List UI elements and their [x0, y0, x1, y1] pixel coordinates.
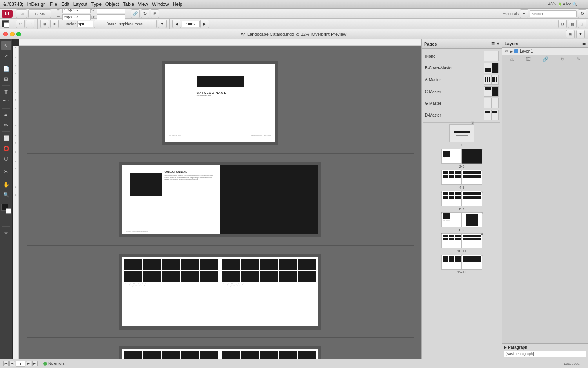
layer-expand-icon[interactable]: ▶: [510, 49, 513, 53]
scissors-tool[interactable]: ✂: [1, 167, 11, 176]
pen-tool[interactable]: ✒: [1, 110, 11, 120]
menu-file[interactable]: File: [50, 2, 57, 7]
collapse-btn[interactable]: ▼: [576, 30, 585, 38]
page-thumb-1[interactable]: [449, 124, 474, 142]
tool-separator-5: [2, 165, 10, 165]
rotate-btn[interactable]: ↻: [141, 9, 149, 18]
y-input[interactable]: [62, 14, 91, 20]
page-thumb-7[interactable]: [462, 191, 482, 206]
page-8-9-number: 8-9: [459, 228, 464, 232]
undo-btn[interactable]: ↩: [16, 20, 25, 28]
redo-btn[interactable]: ↪: [26, 20, 34, 28]
minimize-button[interactable]: [10, 32, 15, 36]
workspace-dropdown[interactable]: ▼: [520, 9, 528, 18]
menu-edit[interactable]: Edit: [61, 2, 69, 7]
refresh-icon[interactable]: ↻: [561, 56, 564, 62]
stroke-input[interactable]: [77, 21, 93, 27]
page-thumb-3[interactable]: [462, 149, 482, 164]
expand-btn[interactable]: ⊞: [578, 20, 586, 28]
divider6: [169, 18, 170, 30]
direct-select-tool[interactable]: ↗: [1, 51, 11, 60]
canvas-wrapper[interactable]: CATALOG NAME subtitle text here left tex…: [19, 46, 421, 359]
format-affects-tool[interactable]: T: [1, 215, 11, 225]
preview-toggle[interactable]: W: [1, 228, 11, 238]
zoom-in-btn[interactable]: ▶: [200, 20, 209, 28]
grid-cell: [222, 259, 240, 270]
paragraph-expand-icon[interactable]: ▶: [504, 345, 507, 350]
cc-button[interactable]: Cc: [16, 9, 27, 18]
edit-icon[interactable]: ✎: [577, 56, 581, 62]
menu-help[interactable]: Help: [173, 2, 183, 7]
page-7: text info here spread 7: [220, 349, 318, 359]
pages-close-icon[interactable]: ✕: [496, 42, 499, 46]
collection-title: COLLECTION NAME: [165, 171, 216, 173]
menu-view[interactable]: View: [138, 2, 148, 7]
master-c-label: C-Master: [425, 89, 441, 94]
gap-tool[interactable]: ⊞: [1, 74, 11, 84]
first-page-btn[interactable]: |◀: [3, 361, 9, 366]
menu-layout[interactable]: Layout: [73, 2, 87, 7]
next-page-btn[interactable]: ▶: [26, 361, 31, 366]
frame-type-dropdown[interactable]: ▼: [158, 20, 167, 28]
prev-page-btn[interactable]: ◀: [9, 361, 15, 366]
menu-table[interactable]: Table: [123, 2, 134, 7]
page-thumb-8[interactable]: small text here: [441, 212, 462, 227]
zoom-input[interactable]: [182, 21, 200, 27]
pencil-tool[interactable]: ✏: [1, 120, 11, 130]
layer-eye-icon[interactable]: 👁: [505, 49, 508, 53]
grid-cell: [181, 259, 199, 270]
page-thumb-12[interactable]: [441, 255, 462, 270]
menu-indesign[interactable]: InDesign: [27, 2, 45, 7]
page-thumb-9[interactable]: [462, 212, 482, 227]
last-page-btn[interactable]: ▶|: [32, 361, 38, 366]
align-btn[interactable]: ≡: [50, 20, 59, 28]
ellipse-frame-tool[interactable]: ⭕: [1, 144, 11, 153]
page-3: [220, 165, 318, 234]
tool-separator-4: [2, 131, 10, 132]
polygon-tool[interactable]: ⬡: [1, 154, 11, 163]
page-number-input[interactable]: [16, 361, 25, 367]
select-tool[interactable]: ↖: [1, 41, 11, 50]
page-tool[interactable]: 📄: [1, 64, 11, 73]
layers-options-icon[interactable]: ☰: [582, 41, 586, 46]
page-thumb-4[interactable]: [441, 170, 462, 185]
page-thumb-13[interactable]: [462, 255, 482, 270]
menu-window[interactable]: Window: [152, 2, 169, 7]
layers-header-icons: ☰: [582, 41, 586, 46]
apple-menu[interactable]: &#63743;: [3, 2, 23, 7]
rect-frame-tool[interactable]: ⬜: [1, 133, 11, 143]
fullscreen-button[interactable]: [16, 32, 21, 36]
page-thumb-5[interactable]: [462, 170, 482, 185]
menu-object[interactable]: Object: [105, 2, 119, 7]
cover-footer: left text info here right text info here…: [169, 134, 271, 136]
pages-options-icon[interactable]: ☰: [491, 42, 495, 46]
page-thumb-2[interactable]: text here: [441, 149, 462, 164]
constrain-btn[interactable]: 🔗: [131, 9, 140, 18]
menu-type[interactable]: Type: [91, 2, 102, 7]
zoom-out-btn[interactable]: ◀: [172, 20, 181, 28]
hand-tool[interactable]: ✋: [1, 180, 11, 189]
pages-scroll[interactable]: [None] B-Cover-Master: [422, 49, 502, 359]
sync-btn[interactable]: ↻: [578, 9, 586, 18]
zoom-selector[interactable]: 12.5%: [28, 9, 51, 18]
search-input[interactable]: [530, 10, 577, 17]
screen-mode-btn[interactable]: ▤: [568, 20, 577, 28]
panel-toggle-btn[interactable]: ⊞: [566, 30, 575, 38]
h-label: H:: [91, 15, 96, 19]
page-thumb-6[interactable]: [441, 191, 462, 206]
scale-btn[interactable]: ⊞: [151, 9, 159, 18]
snap-btn[interactable]: ⊞: [40, 20, 49, 28]
page-thumb-10[interactable]: [441, 233, 462, 248]
close-button[interactable]: [3, 32, 8, 36]
stroke-tool[interactable]: [6, 208, 11, 214]
type-tool[interactable]: T: [1, 87, 11, 97]
page-thumb-11[interactable]: [462, 233, 482, 248]
preview-btn[interactable]: ⊡: [558, 20, 567, 28]
stroke-swatch[interactable]: [4, 22, 9, 28]
type-path-tool[interactable]: T⌒: [1, 97, 11, 107]
zoom-tool[interactable]: 🔍: [1, 190, 11, 199]
layer-1-row: 👁 ▶ Layer 1: [502, 48, 588, 55]
frame-type-selector[interactable]: [Basic Graphics Frame]: [94, 20, 157, 28]
collection-footer: footer text here on this page spread lay…: [126, 231, 216, 232]
page-thumb-10-11-container: ○: [423, 233, 500, 253]
